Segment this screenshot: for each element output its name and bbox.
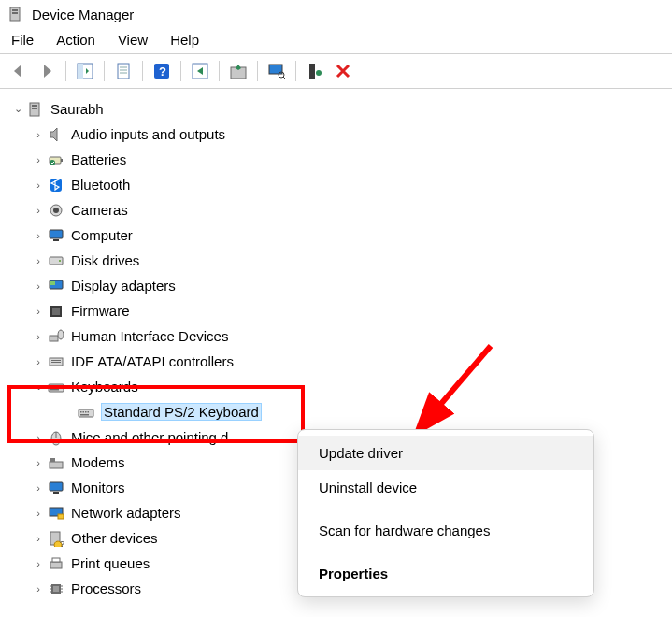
ctx-update-driver[interactable]: Update driver bbox=[298, 436, 593, 470]
chevron-right-icon[interactable]: › bbox=[32, 355, 45, 368]
chevron-right-icon[interactable]: › bbox=[32, 532, 45, 545]
chevron-right-icon[interactable]: › bbox=[32, 254, 45, 267]
tree-item-label: Human Interface Devices bbox=[71, 328, 228, 344]
tree-root[interactable]: ⌄ Saurabh bbox=[6, 96, 666, 122]
chip-icon bbox=[47, 302, 65, 321]
tree-item-hid[interactable]: › Human Interface Devices bbox=[6, 323, 666, 349]
tree-item-display-adapters[interactable]: › Display adapters bbox=[6, 273, 666, 298]
chevron-right-icon[interactable]: › bbox=[32, 280, 45, 293]
tree-item-audio[interactable]: › Audio inputs and outputs bbox=[6, 122, 666, 147]
toolbar-separator bbox=[142, 61, 143, 81]
chevron-down-icon[interactable]: ⌄ bbox=[11, 103, 24, 116]
monitor-icon bbox=[47, 479, 65, 497]
ide-icon bbox=[47, 352, 65, 371]
tree-item-label: Monitors bbox=[71, 480, 125, 495]
chevron-right-icon[interactable]: › bbox=[32, 330, 45, 343]
monitor-icon bbox=[47, 226, 65, 245]
back-button[interactable] bbox=[6, 58, 32, 84]
forward-button[interactable] bbox=[34, 58, 60, 84]
menu-bar: File Action View Help bbox=[0, 28, 672, 54]
context-menu-separator bbox=[307, 509, 584, 509]
title-bar: Device Manager bbox=[0, 0, 672, 28]
ctx-scan-hardware[interactable]: Scan for hardware changes bbox=[298, 513, 593, 548]
menu-file[interactable]: File bbox=[11, 32, 34, 48]
chevron-right-icon[interactable]: › bbox=[32, 582, 45, 595]
properties-button[interactable] bbox=[110, 58, 136, 84]
tree-item-label: Keyboards bbox=[71, 379, 138, 395]
chevron-right-icon[interactable]: › bbox=[32, 128, 45, 141]
tree-item-bluetooth[interactable]: › Bluetooth bbox=[6, 172, 666, 197]
scan-hardware-button[interactable] bbox=[264, 58, 290, 84]
chevron-right-icon[interactable]: › bbox=[32, 431, 45, 444]
tree-item-label: Batteries bbox=[71, 151, 126, 167]
display-icon bbox=[47, 277, 65, 295]
context-menu-separator bbox=[307, 552, 584, 552]
tree-item-label: Computer bbox=[71, 227, 133, 243]
toolbar-separator bbox=[295, 61, 296, 81]
chevron-right-icon[interactable]: › bbox=[32, 557, 45, 570]
help-button[interactable] bbox=[149, 58, 175, 84]
speaker-icon bbox=[47, 125, 65, 144]
tree-item-label: Disk drives bbox=[71, 252, 139, 268]
tree-item-label: Cameras bbox=[71, 202, 128, 218]
ctx-uninstall-device[interactable]: Uninstall device bbox=[298, 470, 593, 505]
tree-root-label: Saurabh bbox=[50, 101, 104, 117]
chevron-right-icon[interactable]: › bbox=[32, 456, 45, 469]
tree-item-label: Firmware bbox=[71, 303, 130, 319]
keyboard-icon bbox=[47, 378, 65, 396]
toolbar-separator bbox=[104, 61, 105, 81]
tree-item-disk-drives[interactable]: › Disk drives bbox=[6, 248, 666, 273]
add-legacy-button[interactable] bbox=[302, 58, 328, 84]
show-hide-tree-button[interactable] bbox=[72, 58, 98, 84]
modem-icon bbox=[47, 453, 65, 472]
tree-item-computer[interactable]: › Computer bbox=[6, 222, 666, 248]
toolbar-separator bbox=[257, 61, 258, 81]
chevron-down-icon[interactable]: ⌄ bbox=[32, 380, 45, 394]
tree-item-label: Display adapters bbox=[71, 278, 176, 294]
menu-action[interactable]: Action bbox=[56, 32, 95, 48]
hid-icon bbox=[47, 327, 65, 346]
ctx-properties[interactable]: Properties bbox=[298, 556, 593, 591]
toolbar-separator bbox=[65, 61, 66, 81]
window-title: Device Manager bbox=[32, 7, 134, 22]
chevron-right-icon[interactable]: › bbox=[32, 229, 45, 242]
tree-item-ide[interactable]: › IDE ATA/ATAPI controllers bbox=[6, 349, 666, 374]
tree-item-label: Print queues bbox=[71, 555, 150, 571]
chevron-right-icon[interactable]: › bbox=[32, 179, 45, 192]
toolbar-separator bbox=[219, 61, 220, 81]
printer-icon bbox=[47, 554, 65, 573]
update-driver-button[interactable] bbox=[225, 58, 251, 84]
tree-item-firmware[interactable]: › Firmware bbox=[6, 298, 666, 323]
tree-item-label: Standard PS/2 Keyboard bbox=[101, 403, 262, 421]
tree-item-batteries[interactable]: › Batteries bbox=[6, 147, 666, 172]
chevron-right-icon[interactable]: › bbox=[32, 481, 45, 495]
tree-item-label: Mice and other pointing d bbox=[71, 429, 228, 445]
unknown-device-icon bbox=[47, 529, 65, 548]
menu-help[interactable]: Help bbox=[170, 32, 199, 48]
camera-icon bbox=[47, 201, 65, 220]
keyboard-icon bbox=[77, 403, 95, 422]
chevron-right-icon[interactable]: › bbox=[32, 204, 45, 217]
tree-item-label: Audio inputs and outputs bbox=[71, 126, 225, 142]
tree-item-label: Other devices bbox=[71, 530, 158, 546]
chevron-right-icon[interactable]: › bbox=[32, 507, 45, 520]
device-manager-icon bbox=[7, 6, 24, 22]
tree-item-label: Processors bbox=[71, 581, 141, 596]
toolbar bbox=[0, 54, 672, 89]
network-icon bbox=[47, 504, 65, 523]
disk-icon bbox=[47, 251, 65, 270]
tree-item-standard-ps2-keyboard[interactable]: › Standard PS/2 Keyboard bbox=[6, 399, 666, 424]
action-button[interactable] bbox=[187, 58, 213, 84]
chevron-right-icon[interactable]: › bbox=[32, 305, 45, 318]
tree-item-label: Modems bbox=[71, 454, 125, 470]
tree-item-label: Network adapters bbox=[71, 505, 181, 521]
menu-view[interactable]: View bbox=[118, 32, 148, 48]
bluetooth-icon bbox=[47, 176, 65, 194]
tree-item-keyboards[interactable]: ⌄ Keyboards bbox=[6, 374, 666, 399]
tree-item-cameras[interactable]: › Cameras bbox=[6, 197, 666, 222]
tree-item-label: Bluetooth bbox=[71, 177, 130, 193]
context-menu: Update driver Uninstall device Scan for … bbox=[297, 429, 594, 597]
chevron-right-icon[interactable]: › bbox=[32, 153, 45, 166]
uninstall-button[interactable] bbox=[330, 58, 356, 84]
toolbar-separator bbox=[180, 61, 181, 81]
